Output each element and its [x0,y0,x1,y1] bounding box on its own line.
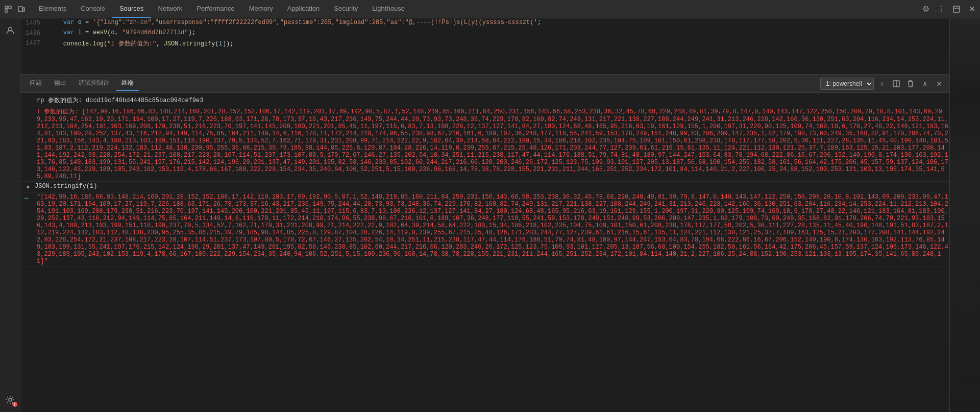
more-options-btn[interactable]: ⋮ [935,3,947,15]
tab-console[interactable]: Console [74,0,112,18]
tab-issues[interactable]: 问题 [24,77,47,91]
console-toolbar-right: 1: powershell + ∧ [820,78,945,90]
line-content-1436: var l = aesV(o, "9794d66d7b27713d"); [48,29,949,36]
content-area: 1435 var o = '{"lang":"zh-cn","userrespo… [20,18,949,412]
svg-rect-5 [953,6,960,12]
tab-debug-console[interactable]: 调试控制台 [74,77,114,91]
result-arrow-icon: ← [24,194,33,202]
toolbar-right: ⚙ ⋮ ✕ [920,3,978,15]
console-result-text: "[142,99,16,186,66,83,148,214,160,201,28… [37,193,949,265]
tab-output[interactable]: 输出 [49,77,71,91]
console-toolbar: 问题 输出 调试控制台 终端 1: powershell + [20,75,949,93]
line-content-1435: var o = '{"lang":"zh-cn","userresponse":… [48,19,949,26]
tab-performance[interactable]: Performance [189,0,241,18]
console-entry-l: l 参数的值为: [142,99,16,186,66,83,148,214,16… [20,106,949,182]
expand-icon[interactable]: ▶ [24,183,33,191]
terminal-select[interactable]: 1: powershell [820,78,874,90]
console-rp-text: rp 参数的值为: dccd19cf40bd44485c85bac094cef9… [37,96,949,105]
svg-rect-1 [9,6,11,9]
svg-rect-3 [18,7,22,12]
code-line-1436: 1436 var l = aesV(o, "9794d66d7b27713d")… [20,29,949,39]
console-entry-json-expand[interactable]: ▶ JSON.stringify(1) [20,182,949,192]
console-entry-rp: rp 参数的值为: dccd19cf40bd44485c85bac094cef9… [20,95,949,106]
tab-security[interactable]: Security [327,0,365,18]
svg-point-8 [9,398,12,401]
line-number-1436: 1436 [20,29,48,37]
svg-rect-2 [5,10,8,12]
tab-elements[interactable]: Elements [32,0,74,18]
console-l-text: l 参数的值为: [142,99,16,186,66,83,148,214,16… [37,107,949,180]
split-terminal-btn[interactable] [890,78,902,90]
bottom-panel: 问题 输出 调试控制台 终端 1: powershell + [20,75,949,412]
svg-rect-0 [5,6,8,9]
toolbar-left-icons [2,3,28,15]
device-toggle-icon[interactable] [15,3,28,15]
close-panel-btn[interactable]: ✕ [933,78,945,90]
line-number-1437: 1437 [20,39,48,47]
console-entry-result: ← "[142,99,16,186,66,83,148,214,160,201,… [20,192,949,266]
console-json-expand-text: JSON.stringify(1) [35,183,949,190]
tab-lighthouse[interactable]: Lighthouse [365,0,412,18]
code-editor: 1435 var o = '{"lang":"zh-cn","userrespo… [20,18,949,75]
close-devtools-btn[interactable]: ✕ [966,3,978,15]
sidebar-settings-icon[interactable]: ! [2,392,18,408]
devtools-toolbar: Elements Console Sources Network Perform… [0,0,980,18]
tab-sources[interactable]: Sources [112,0,151,18]
svg-rect-4 [23,8,24,11]
line-content-1437: console.log("l 参数的值为:", JSON.stringify(l… [48,39,949,48]
add-terminal-btn[interactable]: + [876,78,888,90]
main-layout: ! 1435 var o = '{"lang":"zh-cn","userres… [0,18,980,412]
sidebar-bottom: ! [2,392,18,408]
cursor-icon[interactable] [2,3,14,15]
dock-btn[interactable] [950,3,963,15]
user-icon[interactable] [2,22,18,39]
devtools-tabs: Elements Console Sources Network Perform… [32,0,920,18]
console-output[interactable]: rp 参数的值为: dccd19cf40bd44485c85bac094cef9… [20,93,949,412]
left-sidebar: ! [0,18,20,412]
code-line-1437: 1437 console.log("l 参数的值为:", JSON.string… [20,39,949,49]
delete-terminal-btn[interactable] [904,78,917,90]
maximize-panel-btn[interactable]: ∧ [919,78,931,90]
tab-network[interactable]: Network [151,0,190,18]
settings-badge: ! [12,402,17,407]
tab-terminal[interactable]: 终端 [116,77,139,91]
line-number-1435: 1435 [20,19,48,27]
code-line-1435: 1435 var o = '{"lang":"zh-cn","userrespo… [20,18,949,29]
settings-btn[interactable]: ⚙ [920,3,932,15]
minimap-panel [949,18,980,412]
tab-memory[interactable]: Memory [242,0,280,18]
tab-application[interactable]: Application [280,0,327,18]
